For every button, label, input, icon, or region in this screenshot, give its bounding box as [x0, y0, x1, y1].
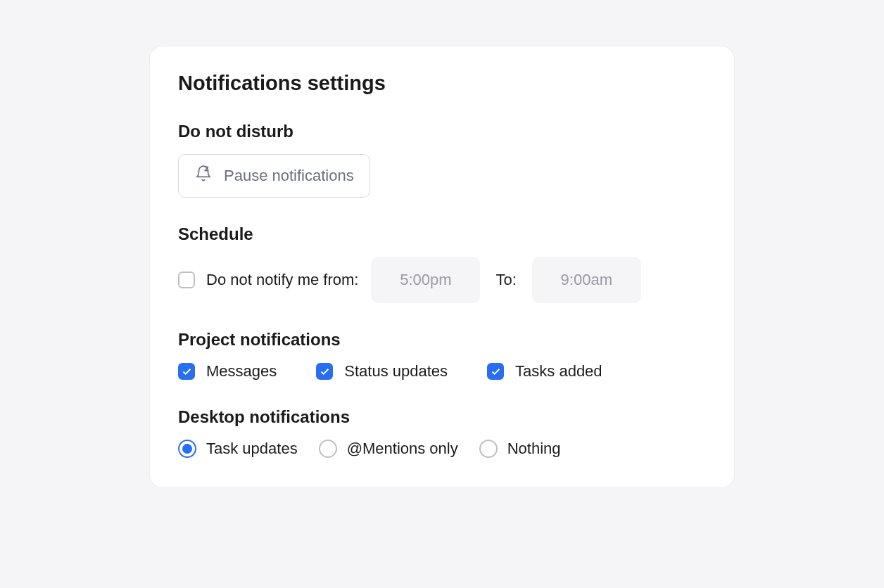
checkbox-label: Tasks added: [515, 362, 602, 381]
schedule-checkbox[interactable]: Do not notify me from:: [178, 271, 358, 289]
radio-label: @Mentions only: [347, 440, 458, 458]
section-project-notifications: Project notifications Messages Status up…: [178, 330, 706, 381]
section-schedule: Schedule Do not notify me from: To:: [178, 224, 706, 303]
notifications-settings-card: Notifications settings Do not disturb Pa…: [150, 46, 734, 487]
checkbox-tasks-added[interactable]: Tasks added: [487, 362, 602, 381]
pause-notifications-button[interactable]: Pause notifications: [178, 154, 370, 198]
pause-notifications-label: Pause notifications: [224, 167, 354, 185]
bell-snooze-icon: [194, 165, 213, 187]
checkbox-icon: [178, 271, 195, 288]
schedule-row: Do not notify me from: To:: [178, 257, 706, 303]
desktop-options-row: Task updates @Mentions only Nothing: [178, 440, 706, 458]
checkbox-icon: [178, 363, 195, 380]
radio-nothing[interactable]: Nothing: [479, 440, 561, 458]
schedule-to-input[interactable]: [532, 257, 641, 303]
radio-mentions-only[interactable]: @Mentions only: [319, 440, 458, 458]
schedule-from-input[interactable]: [371, 257, 480, 303]
dnd-heading: Do not disturb: [178, 122, 706, 141]
checkbox-status-updates[interactable]: Status updates: [316, 362, 448, 381]
project-options-row: Messages Status updates Tasks added: [178, 362, 706, 381]
schedule-to-label: To:: [495, 271, 516, 289]
desktop-heading: Desktop notifications: [178, 407, 706, 427]
checkbox-icon: [487, 363, 504, 380]
radio-task-updates[interactable]: Task updates: [178, 440, 298, 458]
schedule-checkbox-label: Do not notify me from:: [206, 271, 358, 289]
radio-icon: [319, 440, 337, 458]
radio-dot-icon: [182, 444, 192, 454]
section-desktop-notifications: Desktop notifications Task updates @Ment…: [178, 407, 706, 458]
radio-label: Nothing: [507, 440, 561, 458]
checkbox-icon: [316, 363, 333, 380]
checkbox-messages[interactable]: Messages: [178, 362, 277, 381]
checkbox-label: Status updates: [344, 362, 448, 381]
radio-icon: [479, 440, 498, 458]
checkbox-label: Messages: [206, 362, 277, 381]
section-do-not-disturb: Do not disturb Pause notifications: [178, 122, 706, 198]
schedule-heading: Schedule: [178, 224, 706, 244]
radio-label: Task updates: [206, 440, 298, 458]
page-title: Notifications settings: [178, 72, 706, 95]
radio-icon: [178, 440, 196, 458]
project-heading: Project notifications: [178, 330, 706, 350]
